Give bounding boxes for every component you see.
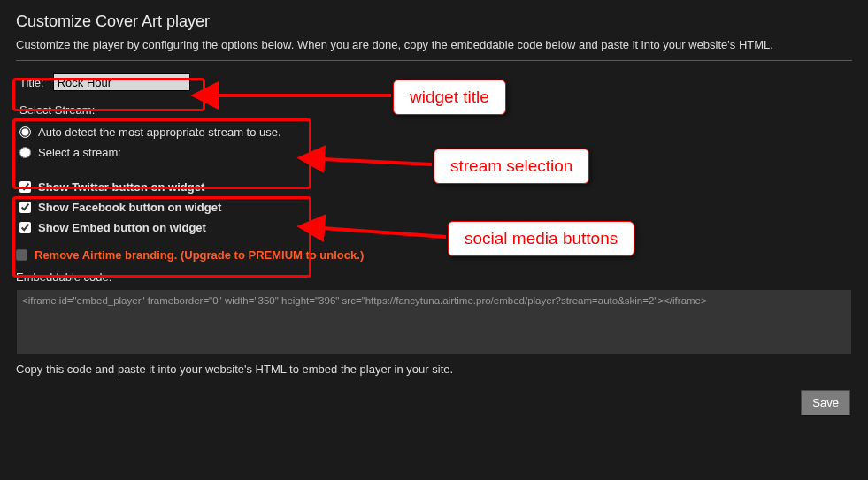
embed-checkbox[interactable] [19, 222, 31, 233]
branding-label: Remove Airtime branding. (Upgrade to PRE… [35, 248, 364, 262]
facebook-option[interactable]: Show Facebook button on widget [19, 201, 849, 214]
page-subtitle: Customize the player by configuring the … [16, 38, 852, 61]
twitter-label: Show Twitter button on widget [38, 180, 204, 194]
embed-hint: Copy this code and paste it into your we… [16, 362, 852, 376]
title-row: Title: [16, 70, 852, 95]
stream-select-label: Select a stream: [38, 146, 121, 159]
page-title: Customize Cover Art player [16, 9, 852, 38]
title-input[interactable] [53, 73, 190, 91]
twitter-option[interactable]: Show Twitter button on widget [19, 180, 849, 194]
facebook-label: Show Facebook button on widget [38, 201, 221, 214]
embed-option[interactable]: Show Embed button on widget [19, 221, 849, 234]
branding-option: Remove Airtime branding. (Upgrade to PRE… [16, 248, 852, 262]
facebook-checkbox[interactable] [19, 202, 31, 213]
social-block: Show Twitter button on widget Show Faceb… [16, 173, 852, 243]
stream-select-radio[interactable] [19, 147, 31, 158]
embed-code-label: Embeddable code: [16, 270, 852, 284]
branding-checkbox [16, 249, 27, 261]
stream-block: Select Stream: Auto detect the most appr… [16, 100, 852, 168]
stream-auto-radio[interactable] [19, 126, 31, 138]
title-label: Title: [19, 76, 44, 89]
stream-legend: Select Stream: [19, 103, 849, 117]
save-button[interactable]: Save [801, 390, 850, 415]
stream-auto-label: Auto detect the most appropriate stream … [38, 126, 281, 139]
embed-code-textarea[interactable]: <iframe id="embed_player" frameborder="0… [16, 289, 852, 354]
stream-auto-option[interactable]: Auto detect the most appropriate stream … [19, 126, 849, 139]
stream-select-option[interactable]: Select a stream: [19, 146, 849, 159]
embed-label: Show Embed button on widget [38, 221, 206, 234]
twitter-checkbox[interactable] [19, 181, 31, 193]
